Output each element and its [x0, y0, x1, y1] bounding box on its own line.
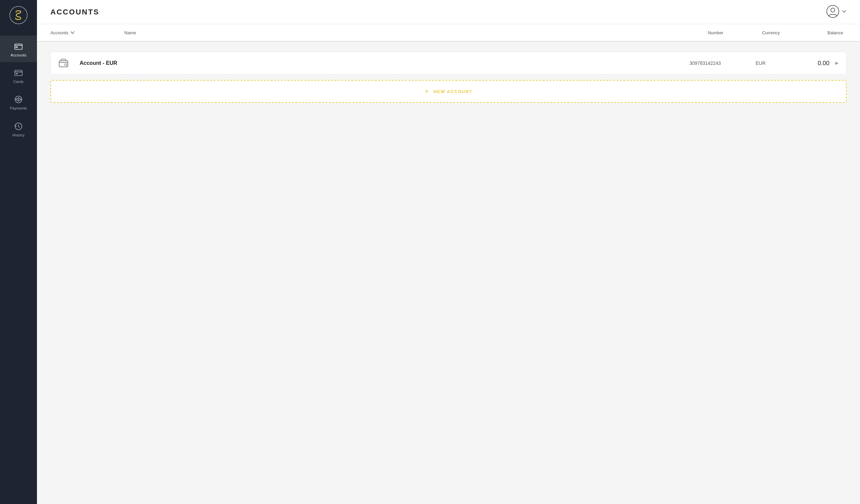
column-name-label: Name — [124, 30, 136, 35]
cards-icon — [14, 68, 23, 77]
svg-rect-10 — [65, 64, 67, 66]
new-account-label: NEW ACCOUNT — [433, 89, 472, 94]
column-balance: Balance — [793, 30, 847, 35]
main-content: ACCOUNTS Accounts Name — [37, 0, 860, 504]
accounts-content: Account - EUR 309783142243 EUR 0.00 ► + … — [37, 42, 860, 504]
account-arrow-icon: ► — [829, 60, 840, 66]
sort-icon — [70, 30, 75, 35]
table-header: Accounts Name Number Currency Balance — [37, 24, 860, 42]
column-currency-label: Currency — [762, 30, 780, 35]
column-number-label: Number — [708, 30, 723, 35]
page-title: ACCOUNTS — [51, 8, 99, 16]
column-name: Name — [124, 30, 682, 35]
sidebar-item-history[interactable]: History — [0, 116, 37, 142]
svg-rect-2 — [16, 47, 17, 48]
sidebar-item-payments[interactable]: Payments — [0, 89, 37, 115]
sidebar-navigation: Accounts Cards — [0, 35, 37, 142]
history-icon — [14, 121, 23, 131]
user-menu[interactable] — [827, 5, 847, 19]
user-avatar-icon — [827, 5, 839, 19]
header: ACCOUNTS — [37, 0, 860, 24]
sidebar-item-accounts[interactable]: Accounts — [0, 35, 37, 62]
column-accounts-label: Accounts — [51, 30, 68, 35]
history-label: History — [12, 133, 25, 138]
account-number: 309783142243 — [672, 60, 739, 66]
payments-icon — [14, 95, 23, 104]
column-currency: Currency — [749, 30, 793, 35]
column-number: Number — [682, 30, 749, 35]
new-account-plus-icon: + — [425, 88, 429, 95]
chevron-down-icon — [842, 9, 847, 15]
sidebar-item-cards[interactable]: Cards — [0, 62, 37, 89]
account-currency: EUR — [739, 60, 783, 66]
svg-rect-3 — [15, 70, 22, 76]
column-balance-label: Balance — [828, 30, 843, 35]
svg-point-8 — [831, 8, 835, 12]
accounts-icon — [14, 42, 23, 51]
svg-point-7 — [827, 5, 839, 17]
sidebar-logo[interactable] — [10, 6, 28, 26]
svg-point-0 — [10, 6, 27, 24]
new-account-button[interactable]: + NEW ACCOUNT — [51, 80, 847, 103]
svg-rect-4 — [16, 73, 18, 74]
payments-label: Payments — [10, 106, 27, 111]
account-balance: 0.00 — [783, 60, 829, 67]
accounts-label: Accounts — [11, 53, 26, 57]
column-accounts[interactable]: Accounts — [51, 30, 124, 35]
account-row[interactable]: Account - EUR 309783142243 EUR 0.00 ► — [51, 52, 847, 75]
account-name: Account - EUR — [80, 60, 672, 66]
account-wallet-icon — [57, 58, 70, 69]
cards-label: Cards — [13, 80, 24, 84]
sidebar: Accounts Cards — [0, 0, 37, 504]
